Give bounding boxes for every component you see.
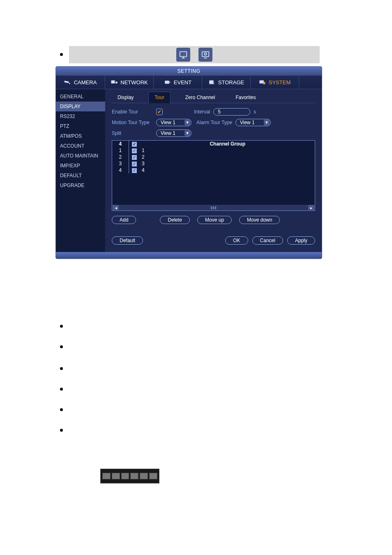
delete-button[interactable]: Delete bbox=[160, 216, 190, 224]
svg-rect-4 bbox=[111, 81, 115, 84]
select-value: View 1 bbox=[240, 120, 255, 125]
tab-system[interactable]: SYSTEM bbox=[251, 76, 299, 89]
subtab-favorites[interactable]: Favorites bbox=[230, 92, 261, 103]
svg-rect-5 bbox=[115, 82, 118, 84]
svg-rect-6 bbox=[165, 81, 169, 84]
sidebar-item-account[interactable]: ACCOUNT bbox=[56, 141, 105, 151]
sidebar-item-impexp[interactable]: IMP/EXP bbox=[56, 161, 105, 171]
settings-dialog: SETTING CAMERA NETWORK EVENT STORAGE bbox=[55, 66, 322, 259]
tab-label: EVENT bbox=[174, 79, 191, 86]
table-header-count: 4 bbox=[112, 141, 129, 147]
tab-label: STORAGE bbox=[218, 79, 244, 86]
sidebar-item-default[interactable]: DEFAULT bbox=[56, 171, 105, 180]
scroll-right-icon[interactable]: ▸ bbox=[308, 205, 314, 210]
event-icon bbox=[164, 79, 171, 86]
apply-button[interactable]: Apply bbox=[287, 236, 315, 245]
sidebar-item-upgrade[interactable]: UPGRADE bbox=[56, 180, 105, 190]
alarm-tour-label: Alarm Tour Type bbox=[196, 120, 232, 125]
svg-rect-1 bbox=[202, 52, 209, 57]
sidebar-item-atmpos[interactable]: ATM/POS bbox=[56, 131, 105, 141]
row-value: 3 bbox=[140, 160, 315, 167]
chevron-down-icon: ▼ bbox=[264, 120, 270, 125]
interval-unit: s bbox=[254, 109, 256, 115]
row-index: 3 bbox=[112, 160, 129, 167]
select-value: View 1 bbox=[161, 130, 175, 136]
system-icon bbox=[259, 79, 266, 86]
sidebar-item-automaintain[interactable]: AUTO MAINTAIN bbox=[56, 151, 105, 161]
tab-label: SYSTEM bbox=[269, 79, 291, 86]
svg-point-2 bbox=[204, 53, 207, 55]
select-value: View 1 bbox=[161, 120, 175, 125]
nav-slot-icon bbox=[102, 473, 111, 479]
moveup-button[interactable]: Move up bbox=[197, 216, 232, 224]
navbar-thumbnail bbox=[100, 469, 159, 483]
row-index: 4 bbox=[112, 167, 129, 173]
table-header-checkall[interactable]: ✓ bbox=[129, 141, 140, 147]
sidebar-item-rs232[interactable]: RS232 bbox=[56, 111, 105, 121]
horizontal-scrollbar[interactable]: ◂ ▮▮▮ ▸ bbox=[112, 205, 315, 210]
camera-icon bbox=[64, 79, 71, 86]
ok-button[interactable]: OK bbox=[225, 236, 248, 245]
scroll-left-icon[interactable]: ◂ bbox=[113, 205, 119, 210]
content-panel: Display Tour Zero Channel Favorites Enab… bbox=[105, 89, 322, 252]
motion-tour-label: Motion Tour Type bbox=[112, 120, 153, 125]
nav-slot-icon bbox=[130, 473, 138, 479]
table-row[interactable]: 3 ✓ 3 bbox=[112, 160, 315, 167]
tab-label: CAMERA bbox=[74, 79, 97, 86]
sidebar-item-ptz[interactable]: PTZ bbox=[56, 121, 105, 131]
row-checkbox[interactable]: ✓ bbox=[129, 147, 140, 154]
bullet-icon bbox=[60, 53, 63, 56]
dialog-footer-strip bbox=[56, 252, 322, 259]
split-label: Split bbox=[112, 130, 153, 136]
motion-tour-select[interactable]: View 1 ▼ bbox=[156, 119, 191, 126]
alarm-tour-select[interactable]: View 1 ▼ bbox=[235, 119, 271, 126]
tab-network[interactable]: NETWORK bbox=[105, 76, 154, 89]
network-icon bbox=[111, 79, 118, 86]
subtab-zerochannel[interactable]: Zero Channel bbox=[180, 92, 221, 103]
bullet-icon bbox=[60, 388, 63, 391]
svg-rect-0 bbox=[180, 52, 187, 57]
table-row[interactable]: 4 ✓ 4 bbox=[112, 167, 315, 173]
bullet-icon bbox=[60, 429, 63, 432]
add-button[interactable]: Add bbox=[112, 216, 136, 224]
nav-slot-icon bbox=[140, 473, 148, 479]
nav-slot-icon bbox=[112, 473, 120, 479]
row-value: 2 bbox=[140, 154, 315, 160]
table-row[interactable]: 1 ✓ 1 bbox=[112, 147, 315, 154]
svg-point-10 bbox=[263, 82, 265, 84]
sidebar-item-general[interactable]: GENERAL bbox=[56, 92, 105, 102]
row-checkbox[interactable]: ✓ bbox=[129, 154, 140, 160]
bullet-icon bbox=[60, 408, 63, 411]
channel-group-table: 4 ✓ Channel Group 1 ✓ 1 2 ✓ bbox=[112, 140, 315, 211]
storage-icon bbox=[208, 79, 216, 86]
nav-slot-icon bbox=[149, 473, 157, 479]
enable-tour-label: Enable Tour bbox=[112, 109, 153, 115]
tab-storage[interactable]: STORAGE bbox=[202, 76, 251, 89]
row-checkbox[interactable]: ✓ bbox=[129, 160, 140, 167]
enable-tour-checkbox[interactable]: ✔ bbox=[156, 109, 163, 115]
subtab-display[interactable]: Display bbox=[112, 92, 139, 103]
interval-input[interactable]: 5 bbox=[213, 108, 250, 116]
toolbar-strip bbox=[69, 46, 320, 63]
dialog-title: SETTING bbox=[56, 67, 322, 76]
cancel-button[interactable]: Cancel bbox=[252, 236, 283, 245]
subtab-tour[interactable]: Tour bbox=[148, 92, 170, 103]
row-index: 1 bbox=[112, 147, 129, 154]
split-select[interactable]: View 1 ▼ bbox=[156, 130, 191, 137]
row-checkbox[interactable]: ✓ bbox=[129, 167, 140, 173]
subtab-bar: Display Tour Zero Channel Favorites bbox=[112, 92, 315, 103]
bullet-icon bbox=[60, 345, 63, 348]
chevron-down-icon: ▼ bbox=[184, 130, 190, 136]
monitor-camera-icon[interactable] bbox=[198, 48, 212, 62]
movedown-button[interactable]: Move down bbox=[239, 216, 280, 224]
monitor-icon[interactable] bbox=[176, 48, 190, 62]
row-value: 4 bbox=[140, 167, 315, 173]
interval-label: Interval bbox=[194, 109, 210, 115]
default-button[interactable]: Default bbox=[112, 236, 143, 245]
tab-event[interactable]: EVENT bbox=[154, 76, 202, 89]
bullet-icon bbox=[60, 367, 63, 370]
sidebar-item-display[interactable]: DISPLAY bbox=[56, 102, 105, 111]
svg-point-3 bbox=[69, 83, 70, 84]
table-row[interactable]: 2 ✓ 2 bbox=[112, 154, 315, 160]
tab-camera[interactable]: CAMERA bbox=[56, 76, 105, 89]
